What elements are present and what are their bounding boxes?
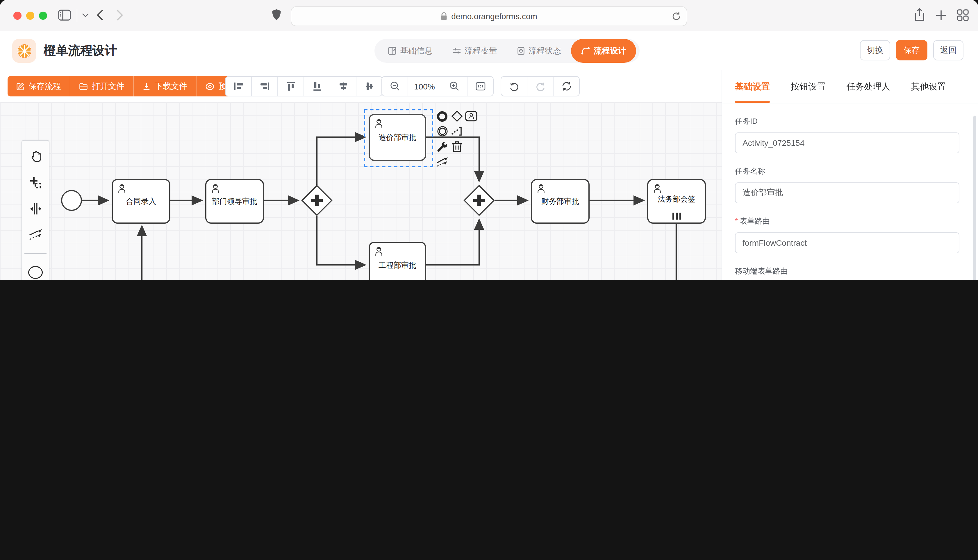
task-name-label: 任务名称 (735, 166, 965, 177)
align-left-icon[interactable] (226, 77, 252, 96)
chrome-divider (77, 9, 77, 22)
tab-process-status[interactable]: 流程状态 (507, 39, 571, 63)
zoom-window-button[interactable] (39, 12, 47, 20)
context-pad (436, 109, 478, 168)
selection-outline (364, 109, 433, 167)
zoom-button-group: 100% (381, 76, 494, 97)
palette-divider (24, 253, 47, 254)
hand-tool-icon[interactable] (27, 148, 44, 165)
edge-engineering-to-gateway2 (426, 220, 479, 265)
append-gateway-icon[interactable] (450, 109, 463, 123)
node-label: 部门领导审批 (212, 196, 257, 207)
sliders-icon (452, 47, 461, 55)
task-dept-leader-approval[interactable]: 部门领导审批 (205, 179, 264, 223)
sidebar-toggle-icon[interactable] (58, 9, 71, 21)
undo-icon[interactable] (501, 77, 527, 96)
chevron-down-icon[interactable] (82, 13, 89, 17)
edit-icon (16, 82, 24, 90)
tab-other-settings[interactable]: 其他设置 (911, 70, 946, 103)
tab-button-settings[interactable]: 按钮设置 (791, 70, 826, 103)
back-icon[interactable] (97, 9, 104, 21)
node-label: 财务部审批 (541, 196, 579, 207)
tab-overview-icon[interactable] (957, 9, 969, 21)
zoom-in-icon[interactable] (441, 77, 468, 96)
plus-symbol (468, 189, 490, 212)
page-title: 橙单流程设计 (43, 42, 117, 59)
mobile-form-route-label: 移动端表单路由 (735, 266, 965, 277)
flow-edges (0, 102, 722, 280)
tab-process-variables[interactable]: 流程变量 (443, 39, 507, 63)
global-connect-icon[interactable] (27, 226, 44, 243)
append-end-event-icon[interactable] (436, 109, 449, 123)
node-label: 合同录入 (126, 196, 156, 207)
start-event-icon[interactable] (27, 264, 44, 280)
download-file-button[interactable]: 下载文件 (134, 76, 197, 97)
task-engineering-dept-approval[interactable]: 工程部审批 (369, 242, 426, 280)
app-logo (12, 39, 36, 63)
switch-button[interactable]: 切换 (860, 40, 890, 60)
required-asterisk: * (735, 217, 738, 225)
append-task-icon[interactable] (465, 109, 478, 123)
align-bottom-icon[interactable] (304, 77, 330, 96)
start-event[interactable] (61, 190, 82, 211)
task-legal-dept-countersign[interactable]: 法务部会签 (647, 179, 706, 223)
process-nav-tabs: 基础信息 流程变量 流程状态 流程设计 (374, 39, 640, 63)
lasso-tool-icon[interactable] (27, 174, 44, 191)
form-route-input[interactable] (735, 232, 960, 253)
forward-icon[interactable] (116, 9, 123, 21)
task-contract-entry[interactable]: 合同录入 (112, 179, 171, 223)
align-top-icon[interactable] (278, 77, 304, 96)
connect-arrow-icon[interactable] (436, 155, 449, 168)
bpmn-canvas[interactable]: 同意人数小于40% 同意人数大于40% 合同录入 部门领导审批 造价部审批 工程… (0, 102, 722, 280)
doc-status-icon (517, 47, 525, 55)
download-icon (142, 82, 150, 90)
browser-chrome: demo.orangeforms.com (0, 0, 978, 32)
task-name-input[interactable] (735, 182, 960, 203)
open-file-button[interactable]: 打开文件 (70, 76, 134, 97)
zoom-out-icon[interactable] (382, 77, 408, 96)
return-button[interactable]: 返回 (933, 40, 963, 60)
form-route-label: *表单路由 (735, 216, 965, 227)
canvas-toolbar: 保存流程 打开文件 下载文件 预览 100% (0, 70, 722, 103)
node-label: 工程部审批 (378, 260, 416, 270)
lock-icon (441, 12, 447, 20)
app-header: 橙单流程设计 基础信息 流程变量 流程状态 流程设计 切换 保存 返回 (0, 32, 978, 71)
reload-icon[interactable] (672, 11, 681, 21)
new-tab-icon[interactable] (936, 10, 946, 21)
redo-icon[interactable] (527, 77, 553, 96)
align-center-vertical-icon[interactable] (356, 77, 382, 96)
wrench-icon[interactable] (436, 139, 449, 153)
minimize-window-button[interactable] (26, 12, 34, 20)
url-text: demo.orangeforms.com (451, 12, 537, 21)
shield-icon[interactable] (271, 9, 281, 21)
user-icon (209, 182, 222, 195)
file-button-group: 保存流程 打开文件 下载文件 预览 (8, 76, 244, 97)
save-button[interactable]: 保存 (896, 40, 928, 60)
panel-scrollbar[interactable] (973, 116, 976, 280)
tab-basic-settings[interactable]: 基础设置 (735, 70, 770, 103)
space-tool-icon[interactable] (27, 200, 44, 217)
task-id-input[interactable] (735, 132, 960, 153)
close-window-button[interactable] (13, 12, 22, 20)
user-icon (535, 182, 547, 195)
flow-design-icon (581, 47, 590, 55)
align-right-icon[interactable] (252, 77, 278, 96)
user-icon (651, 182, 664, 195)
text-annotation-icon[interactable] (450, 124, 463, 138)
save-flow-button[interactable]: 保存流程 (8, 76, 70, 97)
trash-icon[interactable] (450, 139, 463, 153)
refresh-icon[interactable] (553, 77, 579, 96)
user-icon (116, 182, 128, 195)
node-label: 法务部会签 (658, 194, 695, 204)
align-center-horizontal-icon[interactable] (330, 77, 356, 96)
share-icon[interactable] (914, 8, 925, 22)
tab-process-design[interactable]: 流程设计 (571, 39, 636, 63)
zoom-level[interactable]: 100% (408, 77, 441, 96)
fit-viewport-icon[interactable] (468, 77, 493, 96)
panel-tabs: 基础设置 按钮设置 任务处理人 其他设置 (722, 70, 978, 103)
tab-task-handler[interactable]: 任务处理人 (847, 70, 890, 103)
task-finance-dept-approval[interactable]: 财务部审批 (531, 179, 590, 223)
address-bar[interactable]: demo.orangeforms.com (291, 7, 687, 26)
tab-basic-info[interactable]: 基础信息 (378, 39, 443, 63)
append-intermediate-event-icon[interactable] (436, 124, 449, 138)
